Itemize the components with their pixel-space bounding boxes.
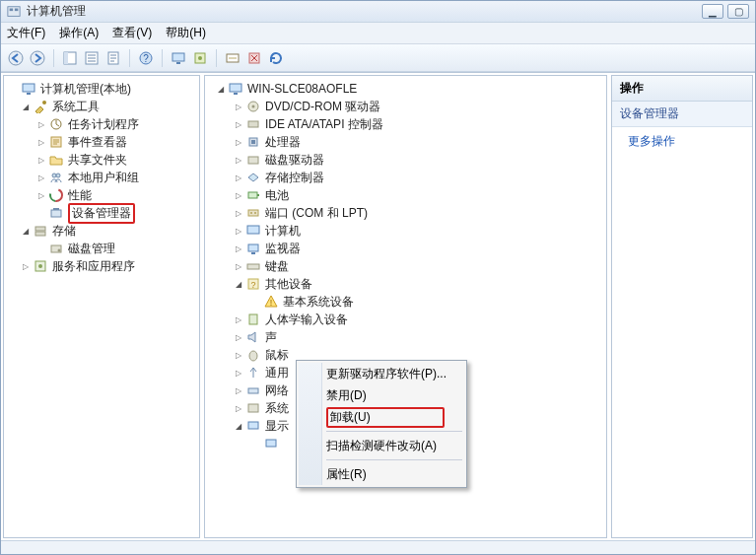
tree-label: 基本系统设备 (283, 294, 354, 311)
tree-performance[interactable]: 性能 (6, 186, 197, 204)
dev-dvd[interactable]: DVD/CD-ROM 驱动器 (207, 98, 604, 115)
dev-sound[interactable]: 声 (207, 328, 604, 346)
tree-storage[interactable]: 存储 (6, 222, 197, 240)
expander-icon[interactable] (233, 243, 243, 254)
expander-icon[interactable] (233, 261, 243, 272)
dev-diskdrive[interactable]: 磁盘驱动器 (207, 151, 604, 169)
dvd-icon (245, 99, 261, 114)
tree-eventviewer[interactable]: 事件查看器 (6, 133, 197, 151)
tree-label: IDE ATA/ATAPI 控制器 (265, 116, 383, 133)
expander-icon[interactable] (233, 226, 243, 237)
expander-icon[interactable] (233, 385, 243, 396)
dev-other[interactable]: ?其他设备 (207, 275, 604, 293)
show-hide-tree-icon[interactable] (61, 49, 79, 67)
dev-hid[interactable]: 人体学输入设备 (207, 311, 604, 328)
dev-computer[interactable]: 计算机 (207, 222, 604, 240)
expander-icon[interactable] (233, 332, 243, 343)
expander-icon[interactable] (233, 173, 243, 183)
dev-battery[interactable]: 电池 (207, 186, 604, 204)
maximize-button[interactable]: ▢ (727, 4, 749, 19)
help-icon[interactable]: ? (137, 49, 155, 67)
dev-basicsys[interactable]: !基本系统设备 (207, 293, 604, 311)
dev-ports[interactable]: 端口 (COM 和 LPT) (207, 204, 604, 222)
scan-icon[interactable] (224, 49, 241, 67)
tree-root-label: 计算机管理(本地) (40, 81, 131, 98)
expander-icon[interactable] (20, 102, 31, 112)
menu-help[interactable]: 帮助(H) (166, 25, 206, 41)
svg-rect-14 (172, 53, 184, 61)
services-icon (33, 258, 48, 274)
expander-icon[interactable] (233, 368, 243, 379)
svg-rect-44 (248, 157, 258, 164)
expander-icon[interactable] (233, 208, 243, 219)
menu-file[interactable]: 文件(F) (7, 25, 45, 41)
svg-rect-15 (176, 62, 180, 64)
dev-storagectrl[interactable]: 存储控制器 (207, 169, 604, 186)
expander-icon[interactable] (233, 279, 243, 290)
expander-icon[interactable] (20, 261, 31, 272)
expander-icon[interactable] (233, 137, 243, 148)
tree-label: 人体学输入设备 (265, 312, 348, 328)
tree-systemtools[interactable]: 系统工具 (6, 98, 197, 115)
ctx-label: 扫描检测硬件改动(A) (326, 438, 437, 454)
expander-icon[interactable] (35, 173, 46, 183)
tree-label: 监视器 (265, 241, 301, 257)
event-icon (48, 134, 64, 150)
network-icon (245, 382, 261, 398)
clock-icon (48, 116, 64, 132)
svg-rect-2 (15, 8, 19, 11)
dev-monitor[interactable]: 监视器 (207, 240, 604, 257)
ctx-update-driver[interactable]: 更新驱动程序软件(P)... (299, 363, 464, 384)
ctx-properties[interactable]: 属性(R) (299, 463, 464, 485)
dev-host[interactable]: WIN-SLCE08AOFLE (207, 80, 604, 98)
tree-root[interactable]: 计算机管理(本地) (6, 80, 197, 98)
expander-icon[interactable] (35, 119, 46, 130)
content-area: 计算机管理(本地) 系统工具 任务计划程序 事件查看器 (1, 72, 755, 540)
expander-icon[interactable] (233, 350, 243, 361)
actions-more[interactable]: 更多操作 (612, 127, 752, 156)
svg-rect-50 (247, 226, 259, 234)
expander-icon[interactable] (215, 84, 226, 95)
expander-icon[interactable] (233, 119, 243, 130)
ctx-disable[interactable]: 禁用(D) (299, 384, 464, 406)
expander-icon[interactable] (35, 190, 46, 201)
dev-cpu[interactable]: 处理器 (207, 133, 604, 151)
expander-icon[interactable] (233, 421, 243, 432)
expander-icon[interactable] (233, 403, 243, 414)
expander-icon[interactable] (20, 226, 31, 237)
storagectrl-icon (245, 170, 261, 185)
tree-diskmgmt[interactable]: 磁盘管理 (6, 240, 197, 257)
expander-icon[interactable] (233, 155, 243, 166)
tree-taskscheduler[interactable]: 任务计划程序 (6, 115, 197, 133)
svg-rect-41 (248, 121, 258, 127)
uninstall-icon[interactable] (245, 49, 263, 67)
menu-view[interactable]: 查看(V) (112, 25, 152, 41)
expander-icon[interactable] (35, 137, 46, 148)
tree-label: 计算机 (265, 223, 301, 240)
monitor-icon[interactable] (170, 49, 187, 67)
app-icon (7, 5, 21, 19)
dev-ide[interactable]: IDE ATA/ATAPI 控制器 (207, 115, 604, 133)
ctx-uninstall[interactable]: 卸载(U) (299, 406, 464, 428)
tree-sharedfolders[interactable]: 共享文件夹 (6, 151, 197, 169)
tree-localusers[interactable]: 本地用户和组 (6, 169, 197, 186)
minimize-button[interactable]: ▁ (702, 4, 723, 19)
ctx-scan[interactable]: 扫描检测硬件改动(A) (299, 435, 464, 456)
expander-icon[interactable] (233, 314, 243, 325)
menu-action[interactable]: 操作(A) (59, 25, 99, 41)
expander-icon[interactable] (233, 190, 243, 201)
properties-icon[interactable] (83, 49, 101, 67)
back-icon[interactable] (7, 49, 25, 67)
refresh-icon[interactable] (267, 49, 285, 67)
svg-point-36 (38, 264, 42, 268)
forward-icon[interactable] (29, 49, 46, 67)
tree-services[interactable]: 服务和应用程序 (6, 257, 197, 275)
svg-rect-53 (247, 264, 259, 269)
tree-devicemanager[interactable]: 设备管理器 (6, 204, 197, 222)
expander-icon[interactable] (35, 155, 46, 166)
export-icon[interactable] (104, 49, 122, 67)
dev-keyboard[interactable]: 键盘 (207, 257, 604, 275)
device-icon[interactable] (191, 49, 209, 67)
expander-icon[interactable] (233, 102, 243, 112)
computer-icon (21, 81, 36, 97)
